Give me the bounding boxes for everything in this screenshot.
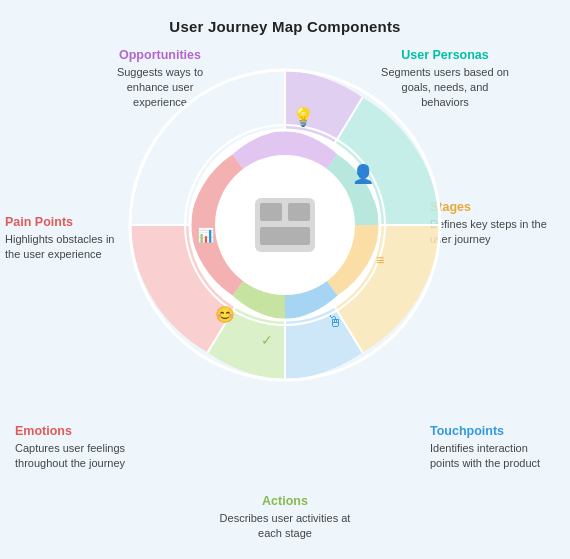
touchpoints-label: Touchpoints Identifies interaction point… <box>430 424 560 471</box>
wheel-svg: 💡 👤 ≡ 🖱 ✓ 😊 📊 <box>115 55 455 395</box>
svg-rect-18 <box>260 227 310 245</box>
svg-text:💡: 💡 <box>292 106 315 128</box>
actions-desc: Describes user activities at each stage <box>215 511 355 541</box>
diagram-area: 💡 👤 ≡ 🖱 ✓ 😊 📊 <box>115 55 455 395</box>
emotions-desc: Captures user feelings throughout the jo… <box>15 441 145 471</box>
svg-text:😊: 😊 <box>215 305 235 324</box>
emotions-title: Emotions <box>15 424 145 438</box>
touchpoints-desc: Identifies interaction points with the p… <box>430 441 560 471</box>
svg-rect-17 <box>288 203 310 221</box>
svg-text:🖱: 🖱 <box>327 313 343 330</box>
svg-text:✓: ✓ <box>261 332 273 348</box>
main-container: User Journey Map Components Opportunitie… <box>0 0 570 559</box>
page-title: User Journey Map Components <box>0 0 570 35</box>
painpoints-label: Pain Points Highlights obstacles in the … <box>5 215 120 262</box>
svg-text:👤: 👤 <box>352 163 375 185</box>
actions-label: Actions Describes user activities at eac… <box>215 494 355 541</box>
actions-title: Actions <box>215 494 355 508</box>
svg-text:≡: ≡ <box>376 252 384 268</box>
painpoints-desc: Highlights obstacles in the user experie… <box>5 232 120 262</box>
painpoints-title: Pain Points <box>5 215 120 229</box>
touchpoints-title: Touchpoints <box>430 424 560 438</box>
svg-rect-16 <box>260 203 282 221</box>
svg-text:📊: 📊 <box>197 227 215 244</box>
emotions-label: Emotions Captures user feelings througho… <box>15 424 145 471</box>
